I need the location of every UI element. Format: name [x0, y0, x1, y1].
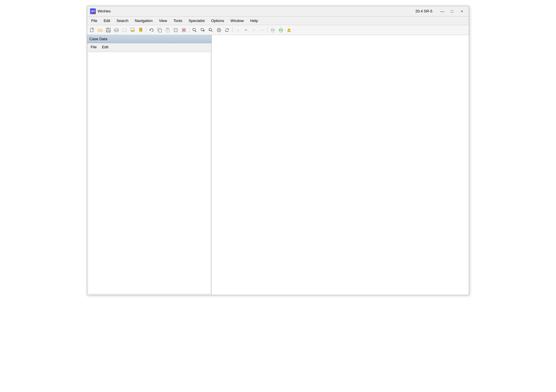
menu-options[interactable]: Options [208, 18, 227, 24]
toolbar-nav-forward1[interactable]: → [234, 26, 242, 34]
eject-icon [287, 28, 291, 32]
toolbar-eject[interactable] [285, 26, 293, 34]
menu-bar: File Edit Search Navigation View Tools S… [87, 16, 469, 25]
toolbar-save[interactable] [105, 26, 112, 34]
toolbar-sep-2 [189, 27, 189, 33]
svg-marker-37 [219, 29, 220, 31]
content-area: Case Data File Edit [87, 35, 469, 295]
copy-block-icon [157, 28, 162, 32]
toolbar-sep-1 [146, 27, 146, 33]
bookmark-icon [138, 28, 143, 32]
minimize-button[interactable]: — [438, 8, 446, 14]
svg-point-10 [114, 28, 118, 31]
svg-rect-43 [288, 31, 290, 32]
title-bar-controls: — □ × [438, 8, 466, 14]
toolbar-find-next[interactable] [199, 26, 206, 34]
disk-icon [114, 28, 119, 32]
search-icon [192, 28, 197, 32]
svg-rect-24 [175, 29, 177, 31]
paste-icon [165, 28, 170, 32]
svg-point-41 [279, 28, 283, 32]
toolbar-capture[interactable] [129, 26, 136, 34]
toolbar-sep-3 [232, 27, 233, 33]
toolbar-disk1[interactable] [269, 26, 277, 34]
open-folder-icon [98, 28, 103, 32]
maximize-button[interactable]: □ [448, 8, 456, 14]
undo-icon [149, 28, 154, 32]
menu-tools[interactable]: Tools [171, 18, 185, 24]
menu-view[interactable]: View [156, 18, 170, 24]
svg-line-29 [195, 30, 197, 32]
svg-point-40 [271, 28, 275, 32]
menu-navigation[interactable]: Navigation [132, 18, 156, 24]
find-prev-icon [209, 28, 213, 32]
svg-line-31 [203, 30, 204, 32]
sidebar-menu-file[interactable]: File [88, 44, 99, 50]
toolbar-open-disk[interactable] [113, 26, 120, 34]
toolbar-find-prev[interactable] [207, 26, 215, 34]
sidebar: Case Data File Edit [87, 35, 212, 295]
toolbar-clear[interactable] [180, 26, 188, 34]
svg-rect-12 [131, 28, 134, 31]
clear-icon [182, 28, 186, 32]
svg-point-28 [193, 28, 195, 31]
sidebar-menu-edit[interactable]: Edit [100, 44, 111, 50]
toolbar-nav-forward2[interactable]: → [258, 26, 266, 34]
toolbar-bookmark[interactable] [137, 26, 145, 34]
menu-specialist[interactable]: Specialist [186, 18, 208, 24]
toolbar-sync[interactable] [223, 26, 231, 34]
toolbar-open-case[interactable] [96, 26, 104, 34]
svg-line-34 [211, 30, 213, 32]
menu-search[interactable]: Search [114, 18, 131, 24]
main-window: HEX WinHex 20.4 SR-5 — □ × File Edit Sea… [87, 6, 469, 295]
toolbar-copy-block[interactable] [156, 26, 163, 34]
toolbar-new[interactable] [88, 26, 96, 34]
toolbar: → ⇔ ← → [87, 25, 469, 35]
clone-icon [173, 28, 178, 32]
toolbar-open-image[interactable] [121, 26, 128, 34]
toolbar-search[interactable] [191, 26, 198, 34]
svg-point-33 [209, 28, 212, 31]
toolbar-goto[interactable] [215, 26, 223, 34]
sidebar-menu: File Edit [87, 43, 211, 51]
new-file-icon [90, 28, 94, 32]
window-title: WinHex [98, 9, 111, 13]
toolbar-paste[interactable] [164, 26, 171, 34]
svg-point-30 [201, 28, 204, 31]
svg-rect-4 [107, 30, 110, 32]
disk1-icon [270, 28, 275, 32]
svg-rect-11 [122, 29, 127, 32]
sync-icon [225, 28, 229, 32]
case-data-label: Case Data [89, 37, 107, 41]
sidebar-header: Case Data [87, 35, 211, 43]
image-icon [122, 28, 127, 32]
svg-rect-3 [107, 28, 109, 30]
menu-file[interactable]: File [88, 18, 100, 24]
toolbar-clone[interactable] [172, 26, 180, 34]
close-button[interactable]: × [458, 8, 466, 14]
menu-window[interactable]: Window [228, 18, 247, 24]
svg-rect-17 [159, 29, 162, 32]
app-icon: HEX [90, 8, 96, 14]
svg-marker-14 [140, 28, 142, 32]
title-bar: HEX WinHex 20.4 SR-5 — □ × [87, 6, 469, 16]
version-label: 20.4 SR-5 [415, 9, 432, 13]
menu-edit[interactable]: Edit [101, 18, 113, 24]
disk2-icon [279, 28, 283, 32]
save-icon [106, 28, 111, 32]
goto-icon [217, 28, 221, 32]
sidebar-content [88, 52, 211, 294]
menu-help[interactable]: Help [247, 18, 261, 24]
title-bar-left: HEX WinHex [90, 8, 111, 14]
find-next-icon [200, 28, 205, 32]
toolbar-undo[interactable] [148, 26, 155, 34]
svg-marker-13 [131, 30, 134, 32]
toolbar-nav-both[interactable]: ⇔ [242, 26, 250, 34]
toolbar-sep-4 [267, 27, 268, 33]
capture-icon [130, 28, 135, 32]
toolbar-nav-back[interactable]: ← [250, 26, 258, 34]
toolbar-disk2[interactable] [277, 26, 285, 34]
main-content-area [212, 35, 469, 295]
svg-marker-42 [287, 28, 291, 30]
